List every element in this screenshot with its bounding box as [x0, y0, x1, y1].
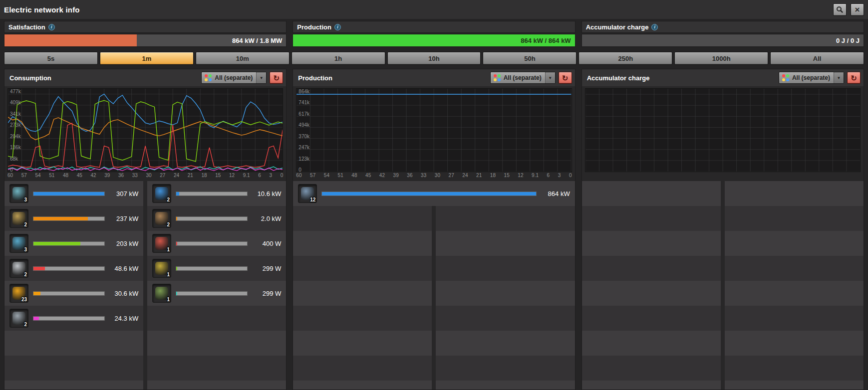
panel-title: Production — [298, 74, 487, 82]
search-button[interactable] — [833, 3, 847, 16]
chart-canvas — [296, 89, 571, 172]
x-axis-tick: 60 — [296, 173, 301, 180]
empty-slot — [725, 231, 864, 256]
x-axis-tick: 18 — [490, 173, 496, 180]
usage-bar — [321, 192, 536, 196]
count-badge: 2 — [167, 197, 170, 202]
x-axis-tick: 54 — [35, 173, 41, 180]
filter-dropdown[interactable]: All (separate) ▼ — [490, 72, 556, 84]
filter-dropdown[interactable]: All (separate) ▼ — [201, 72, 267, 84]
empty-slot — [293, 256, 432, 281]
empty-slot — [582, 281, 721, 306]
time-range-50h[interactable]: 50h — [483, 52, 577, 65]
time-range-10m[interactable]: 10m — [196, 52, 289, 65]
empty-slot — [4, 331, 143, 356]
time-range-5s[interactable]: 5s — [4, 52, 98, 65]
titlebar-drag-area[interactable] — [84, 5, 829, 13]
summary-progressbar: 864 kW / 1.8 MW — [4, 34, 287, 47]
info-icon[interactable]: i — [48, 24, 55, 30]
summary-header: Accumulator charge i — [581, 21, 864, 33]
summary-progress-fill — [4, 34, 137, 46]
panel-production: Production All (separate) ▼ ↻ 864k741k61… — [292, 69, 575, 390]
summary-value: 0 J / 0 J — [836, 34, 860, 46]
long-handed-inserter-icon: 1 — [152, 234, 171, 253]
x-axis-ticks: 60575451484542393633302724211815129.1630 — [7, 173, 283, 180]
x-axis-tick: 21 — [188, 173, 193, 180]
close-button[interactable]: × — [851, 3, 864, 16]
usage-value: 299 W — [252, 265, 281, 272]
time-range-1h[interactable]: 1h — [291, 52, 385, 65]
panel-title: Consumption — [9, 74, 198, 82]
each-signal-icon — [782, 74, 790, 82]
inserter-icon: 23 — [9, 284, 28, 303]
summary-accumulator-charge: Accumulator charge i 0 J / 0 J — [581, 21, 864, 47]
x-axis-tick: 57 — [310, 173, 315, 180]
count-badge: 2 — [24, 272, 27, 277]
reset-icon: ↻ — [274, 74, 280, 82]
x-axis-tick: 6 — [547, 173, 550, 180]
panel-header: Consumption All (separate) ▼ ↻ — [4, 69, 286, 86]
reset-button[interactable]: ↻ — [559, 72, 572, 84]
filter-dropdown[interactable]: All (separate) ▼ — [779, 72, 844, 84]
radar-icon: 2 — [9, 259, 28, 278]
usage-bar-fill — [176, 192, 179, 195]
empty-slot — [436, 306, 575, 331]
x-axis-tick: 30 — [146, 173, 152, 180]
empty-slot — [725, 256, 864, 281]
summary-production: Production i 864 kW / 864 kW — [292, 21, 575, 47]
fast-inserter-icon: 2 — [152, 184, 171, 203]
usage-bar — [33, 216, 105, 221]
empty-slot — [293, 356, 432, 381]
usage-bar — [176, 216, 248, 221]
empty-slot — [436, 256, 575, 281]
long-handed-inserter-row: 1400 W — [147, 231, 286, 256]
time-range-1000h[interactable]: 1000h — [674, 52, 768, 65]
info-icon[interactable]: i — [651, 24, 658, 30]
usage-value: 203 kW — [109, 240, 138, 247]
lab-icon: 1 — [152, 259, 171, 278]
summary-progressbar: 0 J / 0 J — [581, 34, 864, 47]
electric-furnace-row: 2237 kW — [4, 206, 143, 231]
x-axis-tick: 12 — [518, 173, 523, 180]
x-axis-tick: 15 — [504, 173, 510, 180]
lab-row: 1299 W — [147, 256, 286, 281]
summary-progressbar: 864 kW / 864 kW — [292, 34, 575, 47]
x-axis-tick: 51 — [338, 173, 343, 180]
steam-engine-row: 12864 kW — [293, 181, 575, 206]
x-axis-tick: 24 — [174, 173, 179, 180]
x-axis-ticks — [585, 173, 861, 180]
usage-value: 307 kW — [109, 190, 138, 197]
x-axis-tick: 48 — [351, 173, 357, 180]
reset-button[interactable]: ↻ — [270, 72, 283, 84]
usage-value: 864 kW — [541, 190, 570, 197]
time-range-10h[interactable]: 10h — [387, 52, 481, 65]
empty-slot — [4, 381, 143, 390]
pump-row: 224.3 kW — [4, 306, 143, 331]
titlebar[interactable]: Electric network info × — [0, 0, 868, 19]
x-axis-tick: 54 — [324, 173, 329, 180]
usage-bar-fill — [33, 242, 80, 245]
x-axis-tick: 24 — [462, 173, 468, 180]
empty-slot — [582, 206, 721, 231]
item-list — [582, 181, 864, 390]
panel-title: Accumulator charge — [587, 74, 776, 82]
time-range-all[interactable]: All — [770, 52, 864, 65]
empty-slot — [293, 231, 432, 256]
x-axis-tick: 42 — [379, 173, 385, 180]
empty-slot — [582, 356, 721, 381]
window-title: Electric network info — [4, 5, 80, 14]
x-axis-tick: 39 — [104, 173, 110, 180]
empty-slot — [293, 306, 432, 331]
x-axis-tick: 36 — [407, 173, 412, 180]
reset-button[interactable]: ↻ — [847, 72, 861, 84]
time-range-250h[interactable]: 250h — [579, 52, 672, 65]
panel-header: Accumulator charge All (separate) ▼ ↻ — [582, 69, 864, 86]
x-axis-tick: 21 — [476, 173, 482, 180]
info-icon[interactable]: i — [334, 24, 341, 30]
usage-bar-fill — [33, 292, 40, 295]
count-badge: 12 — [310, 197, 315, 202]
chevron-down-icon: ▼ — [834, 72, 844, 83]
usage-value: 10.6 kW — [252, 190, 281, 197]
x-axis-tick: 0 — [569, 173, 572, 180]
time-range-1m[interactable]: 1m — [100, 52, 194, 65]
